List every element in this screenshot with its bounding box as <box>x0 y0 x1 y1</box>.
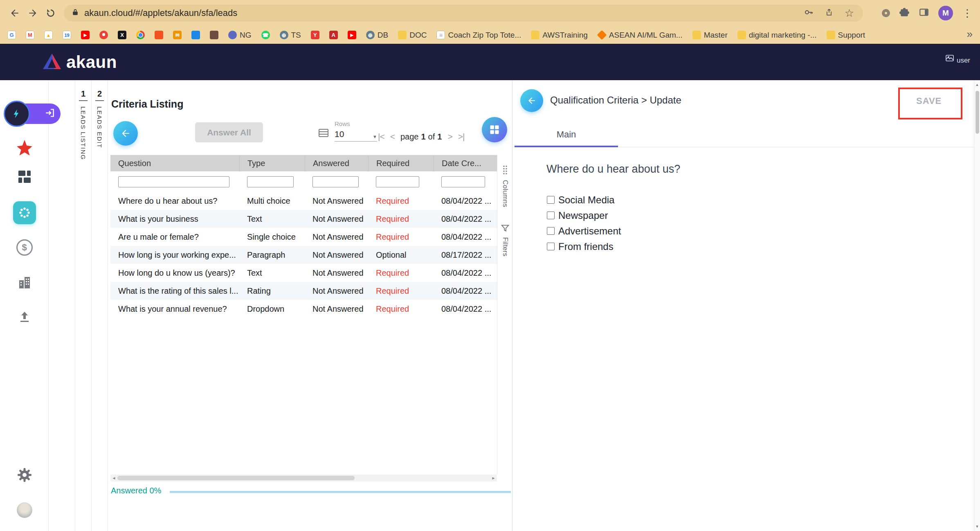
scroll-right-icon[interactable]: ► <box>490 475 497 482</box>
sidebar-item-settings[interactable] <box>0 467 49 483</box>
workspace-tab-leads-edit[interactable]: 2 LEADS EDIT <box>92 80 108 531</box>
bookmark-item[interactable]: G <box>7 31 16 39</box>
bookmark-item[interactable] <box>136 31 145 39</box>
cell-question: What is your annual revenue? <box>110 300 239 318</box>
checkbox-option[interactable]: Social Media <box>547 194 621 205</box>
table-row[interactable]: What is your businessTextNot AnsweredReq… <box>110 210 497 228</box>
grid-view-button[interactable] <box>482 117 507 142</box>
column-header-required[interactable]: Required <box>368 155 434 171</box>
sidebar-item-profile[interactable] <box>0 502 49 518</box>
scroll-up-icon[interactable]: ▲ <box>974 83 980 87</box>
bookmark-item[interactable]: ⊕DB <box>366 31 388 40</box>
filter-input-date[interactable] <box>441 176 485 187</box>
checkbox[interactable] <box>547 243 555 250</box>
bookmark-item[interactable]: X <box>118 31 126 39</box>
horizontal-scroll-thumb[interactable] <box>117 476 355 480</box>
browser-menu-icon[interactable]: ⋮ <box>962 7 973 20</box>
sidebar-item-organization[interactable] <box>0 275 49 290</box>
bookmark-item[interactable]: Y <box>311 31 319 39</box>
address-bar[interactable]: akaun.cloud/#/applets/akaun/sfa/leads ☆ <box>64 4 863 22</box>
bookmark-item[interactable]: ASEAN AI/ML Gam... <box>598 31 683 40</box>
table-row[interactable]: How long do u know us (years)?TextNot An… <box>110 264 497 282</box>
table-row[interactable]: What is the rating of this sales l...Rat… <box>110 282 497 300</box>
answer-all-button[interactable]: Answer All <box>195 122 263 142</box>
tab-main[interactable]: Main <box>515 129 618 140</box>
bookmark-item[interactable]: 19 <box>63 31 71 39</box>
sidebar-item-dashboard[interactable] <box>0 170 49 184</box>
sidebar-item-red-app[interactable] <box>0 139 49 156</box>
active-applet-icon[interactable] <box>4 101 30 127</box>
checkbox[interactable] <box>547 196 555 204</box>
column-header-date-created[interactable]: Date Cre... <box>434 155 497 171</box>
checkbox-option[interactable]: Newspaper <box>547 210 621 221</box>
back-button[interactable] <box>113 121 138 146</box>
column-header-question[interactable]: Question <box>110 155 239 171</box>
extensions-puzzle-icon[interactable] <box>899 7 910 19</box>
bookmark-item[interactable]: ✉ <box>173 31 182 39</box>
table-row[interactable]: What is your annual revenue?DropdownNot … <box>110 300 497 318</box>
bookmark-item[interactable]: A <box>329 31 338 39</box>
first-page-button[interactable]: |< <box>378 132 384 142</box>
columns-toggle[interactable]: Columns <box>497 165 512 207</box>
table-row[interactable]: Are u male or female?Single choiceNot An… <box>110 228 497 246</box>
sidebar-item-applets-active[interactable] <box>0 201 49 224</box>
user-avatar-broken[interactable]: user <box>946 54 970 65</box>
table-row[interactable]: Where do u hear about us?Multi choiceNot… <box>110 192 497 210</box>
bookmark-item[interactable]: ▲ <box>44 31 53 39</box>
checkbox-option[interactable]: From friends <box>547 241 621 252</box>
akaun-logo[interactable]: akaun <box>43 52 117 72</box>
browser-back-icon[interactable] <box>6 4 24 22</box>
checkbox-option[interactable]: Advertisement <box>547 225 621 236</box>
key-icon[interactable] <box>804 7 814 19</box>
pinned-extension-icon[interactable] <box>882 9 890 17</box>
bookmark-item[interactable] <box>210 31 218 39</box>
filter-input-required[interactable] <box>376 176 419 187</box>
bookmark-item[interactable]: M <box>26 31 34 39</box>
browser-forward-icon[interactable] <box>24 4 42 22</box>
back-button-right[interactable] <box>520 89 543 112</box>
bookmark-item[interactable]: DOC <box>398 31 427 40</box>
bookmark-item[interactable]: ▶ <box>81 31 90 39</box>
sidebar-item-finance[interactable]: $ <box>0 239 49 256</box>
scroll-left-icon[interactable]: ◄ <box>110 475 117 482</box>
bookmark-item[interactable] <box>155 31 163 39</box>
filter-input-type[interactable] <box>247 176 294 187</box>
filters-toggle[interactable]: Filters <box>497 224 512 256</box>
bookmark-item[interactable]: ≡Coach Zip Top Tote... <box>436 31 521 40</box>
bookmark-item[interactable]: NG <box>228 31 252 40</box>
bookmarks-overflow-icon[interactable]: » <box>967 28 973 40</box>
bookmark-item[interactable]: Support <box>827 31 865 40</box>
table-row[interactable]: How long is your working expe...Paragrap… <box>110 246 497 264</box>
browser-profile-avatar[interactable]: M <box>938 6 953 20</box>
workspace-tab-leads-listing[interactable]: 1 LEADS LISTING <box>75 80 92 531</box>
scroll-down-icon[interactable]: ▼ <box>974 524 980 529</box>
share-icon[interactable] <box>824 7 834 19</box>
bookmark-item[interactable]: Master <box>692 31 728 40</box>
sidebar-item-upload[interactable] <box>0 310 49 324</box>
next-page-button[interactable]: > <box>447 132 452 142</box>
column-header-type[interactable]: Type <box>239 155 305 171</box>
pagination: |< < page 1 of 1 > >| <box>378 128 464 145</box>
browser-refresh-icon[interactable] <box>42 4 60 22</box>
checkbox[interactable] <box>547 212 555 219</box>
prev-page-button[interactable]: < <box>390 132 395 142</box>
vertical-scrollbar[interactable]: ▲ ▼ <box>974 80 980 531</box>
bookmark-item[interactable] <box>191 31 200 39</box>
vertical-scroll-thumb[interactable] <box>976 91 979 134</box>
column-header-answered[interactable]: Answered <box>305 155 368 171</box>
horizontal-scrollbar[interactable]: ◄ ► <box>110 475 497 482</box>
bookmark-item[interactable] <box>99 31 108 39</box>
bookmark-item[interactable]: ⊕TS <box>280 31 301 40</box>
bookmark-item[interactable]: AWSTraining <box>531 31 588 40</box>
bookmark-item[interactable]: ☎ <box>261 31 270 39</box>
rows-per-page-select[interactable]: 10 ▼ <box>335 129 377 142</box>
bookmark-item[interactable]: ▶ <box>348 31 356 39</box>
last-page-button[interactable]: >| <box>458 132 465 142</box>
bookmark-item[interactable]: digital marketing -... <box>737 31 817 40</box>
checkbox[interactable] <box>547 227 555 235</box>
filter-input-answered[interactable] <box>312 176 359 187</box>
save-button[interactable]: SAVE <box>916 96 942 106</box>
bookmark-star-icon[interactable]: ☆ <box>845 7 854 20</box>
side-panel-icon[interactable] <box>919 7 929 19</box>
filter-input-question[interactable] <box>118 176 229 187</box>
